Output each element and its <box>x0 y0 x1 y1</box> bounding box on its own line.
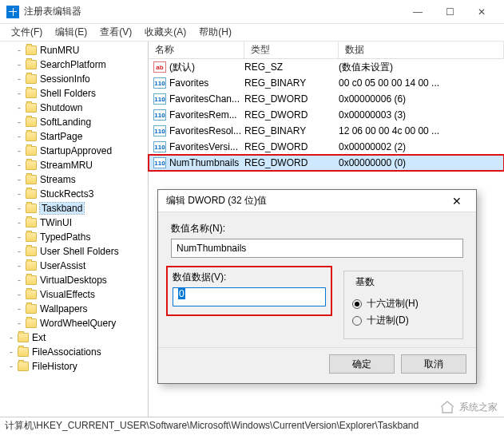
base-group: 基数 十六进制(H) 十进制(D) <box>343 271 463 339</box>
value-icon: ab <box>153 61 166 73</box>
menu-view[interactable]: 查看(V) <box>93 26 138 39</box>
list-row[interactable]: 110FavoritesRem...REG_DWORD0x00000003 (3… <box>149 107 504 123</box>
menu-help[interactable]: 帮助(H) <box>192 26 238 39</box>
value-type: REG_BINARY <box>244 77 339 89</box>
value-type: REG_SZ <box>244 61 339 73</box>
radio-hex-icon <box>352 299 362 309</box>
close-button[interactable]: ✕ <box>466 1 498 23</box>
tree-item[interactable]: -Wallpapers <box>0 302 148 316</box>
value-icon: 110 <box>153 125 166 136</box>
value-name: NumThumbnails <box>169 157 244 168</box>
tree-item[interactable]: -UserAssist <box>0 259 148 273</box>
col-type[interactable]: 类型 <box>244 42 339 58</box>
menu-favorites[interactable]: 收藏夹(A) <box>138 26 192 39</box>
value-icon: 110 <box>153 141 166 152</box>
folder-icon <box>26 304 37 314</box>
statusbar: 计算机\HKEY_CURRENT_USER\Software\Microsoft… <box>0 417 504 434</box>
value-icon: 110 <box>153 109 166 121</box>
value-name: FavoritesRem... <box>169 109 244 121</box>
value-data-field[interactable]: 0 <box>173 287 326 306</box>
folder-icon <box>18 333 29 342</box>
value-type: REG_DWORD <box>244 157 339 168</box>
folder-icon <box>26 117 37 127</box>
tree-item[interactable]: -Ext <box>0 330 148 345</box>
tree-item[interactable]: -TWinUI <box>0 216 148 230</box>
window-title: 注册表编辑器 <box>24 5 402 18</box>
tree-item[interactable]: -StreamMRU <box>0 158 148 172</box>
folder-icon <box>26 160 37 170</box>
value-type: REG_DWORD <box>244 141 339 152</box>
radio-hex[interactable]: 十六进制(H) <box>352 297 454 310</box>
folder-icon <box>26 290 37 299</box>
tree-item[interactable]: -Shutdown <box>0 101 148 115</box>
ok-button[interactable]: 确定 <box>329 354 395 374</box>
value-data: 0x00000003 (3) <box>339 109 504 121</box>
minimize-button[interactable]: — <box>402 1 434 23</box>
value-name: FavoritesResol... <box>169 125 244 136</box>
tree-item[interactable]: -SearchPlatform <box>0 57 148 72</box>
value-name-field[interactable] <box>171 239 463 258</box>
tree-item[interactable]: -RunMRU <box>0 43 148 57</box>
list-row[interactable]: 110FavoritesVersi...REG_DWORD0x00000002 … <box>149 139 504 155</box>
tree-item[interactable]: -SoftLanding <box>0 115 148 129</box>
list-row[interactable]: 110FavoritesChan...REG_DWORD0x00000006 (… <box>149 91 504 107</box>
tree-item[interactable]: -FileHistory <box>0 359 148 374</box>
tree-item[interactable]: -StartPage <box>0 129 148 144</box>
value-data: 0x00000002 (2) <box>339 141 504 152</box>
tree-item[interactable]: -FileAssociations <box>0 345 148 359</box>
menubar: 文件(F) 编辑(E) 查看(V) 收藏夹(A) 帮助(H) <box>0 24 504 42</box>
menu-file[interactable]: 文件(F) <box>5 26 49 39</box>
folder-icon <box>26 60 37 69</box>
tree-item[interactable]: -StartupApproved <box>0 144 148 158</box>
folder-icon <box>26 45 37 55</box>
value-name-label: 数值名称(N): <box>171 222 463 235</box>
folder-icon <box>26 189 37 199</box>
radio-dec[interactable]: 十进制(D) <box>352 314 454 327</box>
folder-icon <box>26 232 37 242</box>
value-data: 0x00000000 (0) <box>339 157 504 168</box>
value-name: (默认) <box>169 61 244 74</box>
menu-edit[interactable]: 编辑(E) <box>49 26 93 39</box>
folder-icon <box>26 146 37 156</box>
list-row[interactable]: 110FavoritesResol...REG_BINARY12 06 00 0… <box>149 123 504 139</box>
value-type: REG_DWORD <box>244 93 339 105</box>
folder-icon <box>18 347 29 357</box>
list-row[interactable]: 110FavoritesREG_BINARY00 c0 05 00 00 14 … <box>149 75 504 91</box>
dialog-title: 编辑 DWORD (32 位)值 <box>166 194 446 208</box>
tree-item[interactable]: -VirtualDesktops <box>0 273 148 287</box>
tree-pane[interactable]: -RunMRU-SearchPlatform-SessionInfo-Shell… <box>0 42 149 417</box>
list-row[interactable]: 110NumThumbnailsREG_DWORD0x00000000 (0) <box>149 155 504 171</box>
tree-item[interactable]: -User Shell Folders <box>0 244 148 259</box>
folder-icon <box>26 103 37 113</box>
col-data[interactable]: 数据 <box>339 42 504 58</box>
cancel-button[interactable]: 取消 <box>401 354 466 374</box>
folder-icon <box>26 89 37 98</box>
dialog-close-button[interactable]: ✕ <box>446 195 468 208</box>
tree-item[interactable]: -VisualEffects <box>0 287 148 302</box>
tree-item[interactable]: -Streams <box>0 172 148 187</box>
list-row[interactable]: ab(默认)REG_SZ(数值未设置) <box>149 59 504 75</box>
tree-item[interactable]: -WordWheelQuery <box>0 316 148 330</box>
folder-icon <box>26 74 37 84</box>
radio-dec-icon <box>352 316 362 326</box>
folder-icon <box>18 362 29 371</box>
tree-item[interactable]: -Taskband <box>0 201 148 216</box>
value-data: (数值未设置) <box>339 61 504 74</box>
tree-item[interactable]: -TypedPaths <box>0 230 148 244</box>
base-label: 基数 <box>352 275 378 289</box>
value-data-label: 数值数据(V): <box>173 271 326 284</box>
value-name: FavoritesVersi... <box>169 141 244 152</box>
tree-item[interactable]: -Shell Folders <box>0 86 148 101</box>
folder-icon <box>26 261 37 271</box>
folder-icon <box>26 275 37 285</box>
value-icon: 110 <box>153 77 166 89</box>
col-name[interactable]: 名称 <box>149 42 244 58</box>
value-data: 0x00000006 (6) <box>339 93 504 105</box>
tree-item[interactable]: -StuckRects3 <box>0 187 148 201</box>
titlebar: 注册表编辑器 — ☐ ✕ <box>0 0 504 24</box>
tree-item[interactable]: -SessionInfo <box>0 72 148 86</box>
value-type: REG_DWORD <box>244 109 339 121</box>
list-header: 名称 类型 数据 <box>149 42 504 59</box>
value-icon: 110 <box>153 93 166 105</box>
maximize-button[interactable]: ☐ <box>434 1 466 23</box>
